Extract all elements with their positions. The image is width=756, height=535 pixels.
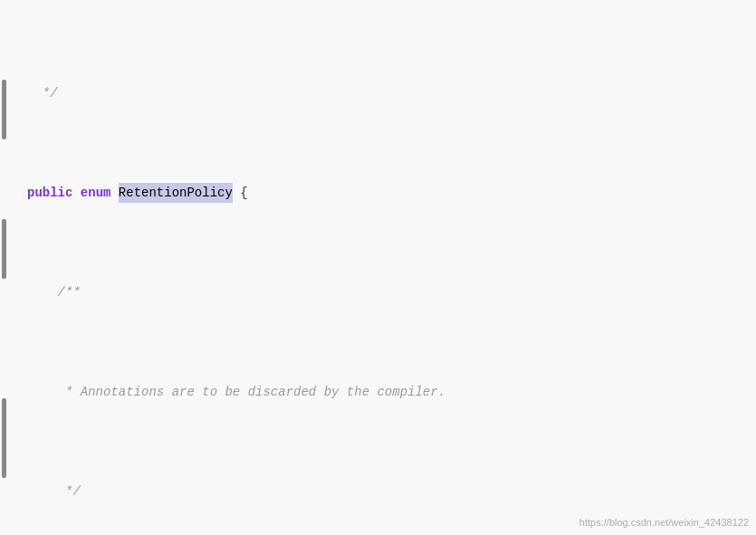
code-content: */ public enum RetentionPolicy { /** * A… bbox=[20, 0, 756, 535]
sidebar bbox=[0, 0, 20, 535]
code-line-1: */ bbox=[27, 83, 749, 103]
code-editor: */ public enum RetentionPolicy { /** * A… bbox=[0, 0, 756, 535]
code-line-2: public enum RetentionPolicy { bbox=[27, 183, 749, 203]
code-line-4: * Annotations are to be discarded by the… bbox=[27, 382, 749, 402]
watermark: https://blog.csdn.net/weixin_42438122 bbox=[579, 517, 749, 528]
code-line-5: */ bbox=[27, 482, 749, 502]
code-line-3: /** bbox=[27, 282, 749, 302]
